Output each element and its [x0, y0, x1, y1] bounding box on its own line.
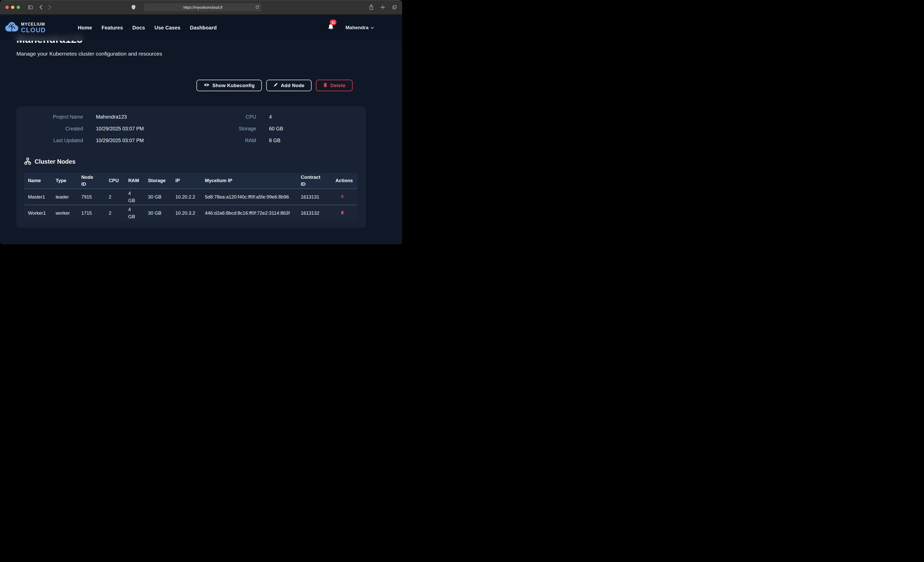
minimize-window-button[interactable]	[11, 6, 14, 9]
cell-ram: 4 GB	[124, 189, 144, 205]
col-ram: RAM	[124, 173, 144, 189]
eye-icon	[204, 83, 210, 88]
cluster-nodes-table: Name Type Node ID CPU RAM Storage IP Myc…	[24, 173, 357, 221]
address-bar[interactable]: https://myceliumcloud.tf	[144, 3, 262, 11]
logo-line1: MYCELIUM	[21, 22, 46, 26]
add-node-label: Add Node	[281, 83, 304, 88]
nav-right: 11 Mahendra	[327, 24, 374, 32]
info-row-ram: RAM 8 GB	[196, 138, 283, 145]
user-name: Mahendra	[345, 25, 369, 30]
cell-name: Worker1	[24, 205, 52, 221]
page-subtitle: Manage your Kubernetes cluster configura…	[16, 51, 162, 57]
cell-contract-id: 1613132	[297, 205, 332, 221]
address-bar-url: https://myceliumcloud.tf	[183, 5, 222, 9]
chrome-toolbar-right	[369, 4, 397, 10]
cell-mycelium-ip: 5d8:78ea:a120:f40c:ff0f:a5fe:99e6:8b96	[201, 189, 297, 205]
nav-item-features[interactable]: Features	[102, 25, 123, 31]
cell-actions	[332, 205, 357, 221]
cluster-info-left: Project Name Mahendra123 Created 10/29/2…	[16, 114, 144, 145]
cell-type: leader	[52, 189, 78, 205]
col-name: Name	[24, 173, 52, 189]
sidebar-toggle-icon[interactable]	[28, 4, 33, 10]
trash-icon	[323, 82, 327, 89]
back-button[interactable]	[39, 5, 43, 10]
last-updated-label: Last Updated	[16, 138, 83, 143]
cell-ip: 10.20.3.2	[172, 205, 201, 221]
tab-overview-icon[interactable]	[392, 4, 397, 10]
created-label: Created	[16, 126, 83, 132]
notifications-button[interactable]: 11	[327, 24, 334, 32]
table-row-master1: Master1 leader 7915 2 4 GB 30 GB 10.20.2…	[24, 189, 357, 205]
col-storage: Storage	[144, 173, 172, 189]
cluster-nodes-heading: Cluster Nodes	[24, 157, 75, 166]
site-navbar: MYCELIUM CLOUD Home Features Docs Use Ca…	[0, 15, 402, 41]
close-window-button[interactable]	[5, 6, 9, 9]
col-mycelium-ip: Mycelium IP	[201, 173, 297, 189]
privacy-shield-icon[interactable]	[131, 4, 136, 10]
info-row-cpu: CPU 4	[196, 114, 283, 121]
cell-storage: 30 GB	[144, 205, 172, 221]
network-nodes-icon	[24, 157, 31, 166]
info-row-last-updated: Last Updated 10/29/2025 03:07 PM	[16, 138, 144, 145]
cpu-label: CPU	[196, 114, 256, 120]
browser-window: https://myceliumcloud.tf Mahendra123 Man…	[0, 0, 402, 244]
share-icon[interactable]	[369, 4, 374, 10]
cell-storage: 30 GB	[144, 189, 172, 205]
project-name-label: Project Name	[16, 114, 83, 120]
chevron-down-icon	[370, 25, 374, 29]
cell-contract-id: 1613131	[297, 189, 332, 205]
window-controls	[5, 6, 20, 9]
info-row-created: Created 10/29/2025 03:07 PM	[16, 126, 144, 133]
reload-icon[interactable]	[255, 5, 259, 10]
col-node-id: Node ID	[78, 173, 105, 189]
browser-chrome: https://myceliumcloud.tf	[0, 0, 402, 15]
site-logo[interactable]: MYCELIUM CLOUD	[4, 21, 46, 34]
add-node-button[interactable]: Add Node	[266, 80, 312, 91]
nav-item-dashboard[interactable]: Dashboard	[190, 25, 216, 31]
cell-type: worker	[52, 205, 78, 221]
nav-links: Home Features Docs Use Cases Dashboard	[78, 25, 217, 31]
notification-badge: 11	[330, 19, 336, 25]
delete-node-button[interactable]	[340, 210, 344, 215]
trash-icon	[340, 194, 344, 199]
col-cpu: CPU	[105, 173, 124, 189]
nav-item-use-cases[interactable]: Use Cases	[154, 25, 180, 31]
forward-button[interactable]	[48, 5, 51, 10]
page-viewport: Mahendra123 Manage your Kubernetes clust…	[0, 15, 402, 244]
col-actions: Actions	[332, 173, 357, 189]
zoom-window-button[interactable]	[16, 6, 20, 9]
delete-node-button[interactable]	[340, 194, 344, 199]
cluster-info-card: Project Name Mahendra123 Created 10/29/2…	[16, 106, 366, 228]
delete-label: Delete	[330, 83, 345, 88]
nav-item-docs[interactable]: Docs	[132, 25, 145, 31]
cell-node-id: 7915	[78, 189, 105, 205]
new-tab-icon[interactable]	[381, 5, 385, 9]
storage-value: 60 GB	[269, 126, 283, 132]
col-ip: IP	[172, 173, 201, 189]
ram-label: RAM	[196, 138, 256, 143]
col-contract-id: Contract ID	[297, 173, 332, 189]
last-updated-value: 10/29/2025 03:07 PM	[96, 138, 144, 143]
nav-item-home[interactable]: Home	[78, 25, 92, 31]
cell-mycelium-ip: 446:d2a6:8bcd:8c16:ff0f:72e2:3114:863f	[201, 205, 297, 221]
delete-cluster-button[interactable]: Delete	[316, 80, 352, 91]
ram-value: 8 GB	[269, 138, 280, 143]
cluster-info-right: CPU 4 Storage 60 GB RAM 8 GB	[196, 114, 283, 145]
table-row-worker1: Worker1 worker 1715 2 4 GB 30 GB 10.20.3…	[24, 205, 357, 221]
created-value: 10/29/2025 03:07 PM	[96, 126, 144, 132]
user-menu[interactable]: Mahendra	[345, 25, 374, 30]
show-kubeconfig-button[interactable]: Show Kubeconfig	[196, 80, 262, 91]
trash-icon	[340, 210, 344, 215]
show-kubeconfig-label: Show Kubeconfig	[212, 83, 255, 88]
cloud-logo-icon	[4, 21, 19, 34]
info-row-storage: Storage 60 GB	[196, 126, 283, 133]
bell-icon	[327, 27, 334, 31]
cell-node-id: 1715	[78, 205, 105, 221]
cluster-actions: Show Kubeconfig Add Node	[196, 80, 352, 91]
logo-line2: CLOUD	[21, 27, 46, 33]
cpu-value: 4	[269, 114, 272, 120]
cluster-nodes-title: Cluster Nodes	[34, 158, 75, 165]
cell-cpu: 2	[105, 189, 124, 205]
cell-actions	[332, 189, 357, 205]
cell-cpu: 2	[105, 205, 124, 221]
